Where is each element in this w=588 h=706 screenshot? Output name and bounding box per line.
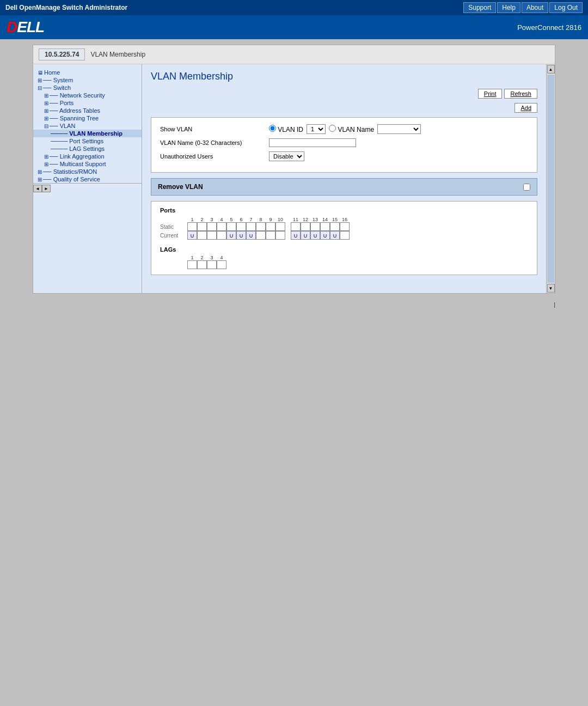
port-current-14[interactable]: U	[320, 231, 330, 240]
home-icon: 🖥	[38, 70, 43, 76]
lags-row	[160, 260, 528, 269]
sidebar-item-switch[interactable]: ⊟── Switch	[33, 84, 142, 92]
port-current-4[interactable]	[217, 231, 226, 240]
port-current-13[interactable]: U	[310, 231, 320, 240]
port-current-16[interactable]	[340, 231, 350, 240]
dell-logo: DELL	[7, 19, 44, 36]
port-num-15: 15	[330, 217, 340, 222]
port-static-14[interactable]	[320, 222, 330, 231]
vlan-name-controls	[269, 138, 356, 147]
scroll-right-btn[interactable]: ►	[42, 185, 51, 192]
scroll-left-btn[interactable]: ◄	[33, 185, 42, 192]
port-current-3[interactable]	[207, 231, 217, 240]
port-current-10[interactable]	[275, 231, 285, 240]
right-scrollbar: ▲ ▼	[546, 64, 555, 293]
print-button[interactable]: Print	[478, 89, 503, 99]
static-label: Static	[160, 224, 187, 230]
port-num-13: 13	[310, 217, 320, 222]
lag-cell-2[interactable]	[197, 260, 207, 269]
port-static-4[interactable]	[217, 222, 226, 231]
unauthorized-select[interactable]: Disable	[269, 151, 304, 161]
scroll-down-btn[interactable]: ▼	[547, 284, 555, 293]
about-link[interactable]: About	[522, 2, 548, 13]
sidebar-item-spanning-tree[interactable]: ⊞── Spanning Tree	[33, 114, 142, 122]
port-static-8[interactable]	[256, 222, 266, 231]
sidebar-item-vlan-membership[interactable]: ──── VLAN Membership	[33, 130, 142, 137]
vlan-name-input[interactable]	[269, 138, 356, 147]
ip-address[interactable]: 10.5.225.74	[39, 48, 85, 60]
support-link[interactable]: Support	[463, 2, 496, 13]
port-static-10[interactable]	[275, 222, 285, 231]
port-num-1: 1	[187, 217, 197, 222]
vlan-name-radio-text: VLAN Name	[338, 126, 374, 133]
lag-cell-4[interactable]	[217, 260, 226, 269]
sidebar-item-lag-settings[interactable]: ──── LAG Settings	[33, 145, 142, 153]
port-current-9[interactable]	[266, 231, 275, 240]
sidebar-item-vlan[interactable]: ⊟── VLAN	[33, 122, 142, 130]
port-static-7[interactable]	[246, 222, 256, 231]
vlan-id-radio-label[interactable]: VLAN ID	[269, 125, 303, 133]
port-static-3[interactable]	[207, 222, 217, 231]
main-content: VLAN Membership Print Refresh Add Show V…	[142, 64, 546, 293]
sidebar-item-system[interactable]: ⊞── System	[33, 76, 142, 84]
sidebar-item-statistics[interactable]: ⊞── Statistics/RMON	[33, 168, 142, 175]
sidebar-item-network-security[interactable]: ⊞── Network Security	[33, 92, 142, 99]
port-current-1[interactable]: U	[187, 231, 197, 240]
scroll-up-btn[interactable]: ▲	[547, 65, 555, 74]
lag-num-3: 3	[207, 255, 217, 260]
remove-vlan-label: Remove VLAN	[158, 183, 203, 191]
port-static-5[interactable]	[226, 222, 236, 231]
port-static-11[interactable]	[291, 222, 301, 231]
port-current-11[interactable]: U	[291, 231, 301, 240]
remove-vlan-checkbox[interactable]	[523, 184, 530, 191]
port-static-2[interactable]	[197, 222, 207, 231]
sidebar-item-qos[interactable]: ⊞── Quality of Service	[33, 175, 142, 183]
port-static-1[interactable]	[187, 222, 197, 231]
action-buttons: Print Refresh	[151, 89, 537, 99]
vlan-name-radio[interactable]	[329, 125, 336, 132]
port-current-2[interactable]	[197, 231, 207, 240]
plus-icon-4: ⊞	[44, 108, 48, 114]
refresh-button[interactable]: Refresh	[504, 89, 537, 99]
vlan-id-radio[interactable]	[269, 125, 276, 132]
content-area: 🖥Home ⊞── System ⊟── Switch ⊞── Network …	[33, 64, 555, 293]
port-current-15[interactable]: U	[330, 231, 340, 240]
vlan-name-select[interactable]	[377, 124, 421, 134]
sidebar-item-ports[interactable]: ⊞── Ports	[33, 99, 142, 107]
logout-link[interactable]: Log Out	[549, 2, 583, 13]
port-current-8[interactable]	[256, 231, 266, 240]
sidebar-item-multicast-support[interactable]: ⊞── Multicast Support	[33, 160, 142, 168]
add-button[interactable]: Add	[514, 103, 537, 113]
port-num-5: 5	[226, 217, 236, 222]
lags-title: LAGs	[160, 246, 528, 253]
port-static-16[interactable]	[340, 222, 350, 231]
sidebar-item-home[interactable]: 🖥Home	[33, 69, 142, 76]
port-num-7: 7	[246, 217, 256, 222]
ports-panel: Ports 1 2 3 4 5 6 7 8 9 10 11 12	[151, 201, 537, 275]
plus-icon-6: ⊞	[44, 154, 48, 160]
port-current-12[interactable]: U	[301, 231, 310, 240]
port-num-6: 6	[236, 217, 246, 222]
port-static-12[interactable]	[301, 222, 310, 231]
port-static-13[interactable]	[310, 222, 320, 231]
port-static-15[interactable]	[330, 222, 340, 231]
lag-cell-1[interactable]	[187, 260, 197, 269]
port-static-9[interactable]	[266, 222, 275, 231]
lag-cell-3[interactable]	[207, 260, 217, 269]
vlan-id-select[interactable]: 1	[307, 124, 326, 134]
sidebar-item-port-settings[interactable]: ──── Port Settings	[33, 137, 142, 145]
port-current-7[interactable]: U	[246, 231, 256, 240]
form-panel: Show VLAN VLAN ID 1 VLAN Name	[151, 117, 537, 173]
sidebar-item-link-aggregation[interactable]: ⊞── Link Aggregation	[33, 153, 142, 160]
port-num-11: 11	[291, 217, 301, 222]
plus-icon-5: ⊞	[44, 115, 48, 121]
lag-num-4: 4	[217, 255, 226, 260]
vlan-name-radio-label[interactable]: VLAN Name	[329, 125, 374, 133]
port-current-6[interactable]: U	[236, 231, 246, 240]
port-current-5[interactable]: U	[226, 231, 236, 240]
sidebar-item-address-tables[interactable]: ⊞── Address Tables	[33, 107, 142, 114]
show-vlan-row: Show VLAN VLAN ID 1 VLAN Name	[160, 124, 528, 134]
help-link[interactable]: Help	[497, 2, 520, 13]
plus-icon: ⊞	[38, 77, 42, 83]
port-static-6[interactable]	[236, 222, 246, 231]
